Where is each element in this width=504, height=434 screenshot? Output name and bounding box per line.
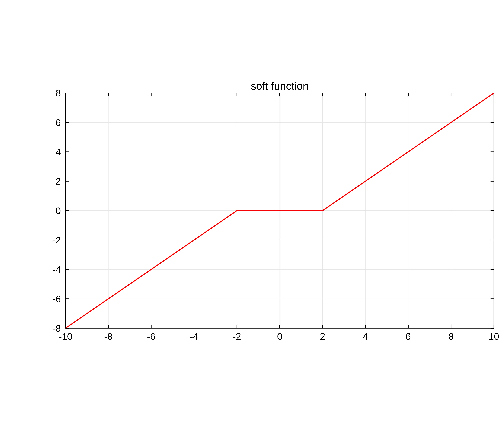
y-tick-label: -6: [52, 294, 61, 304]
y-tick-label: -4: [52, 264, 61, 275]
y-tick-label: -8: [52, 323, 61, 334]
x-tick-label: -2: [233, 331, 241, 342]
x-tick-label: -4: [190, 331, 198, 342]
x-tick-label: -6: [147, 331, 155, 342]
chart-container: -10-8-6-4-20246810-8-6-4-202468soft func…: [0, 0, 504, 434]
x-tick-label: 4: [363, 331, 368, 342]
chart-svg: -10-8-6-4-20246810-8-6-4-202468soft func…: [0, 0, 504, 434]
y-tick-label: 2: [55, 176, 61, 187]
y-tick-label: -2: [52, 235, 61, 245]
x-tick-label: 10: [489, 331, 499, 342]
x-tick-label: -8: [104, 331, 113, 342]
x-tick-label: 6: [406, 331, 411, 342]
y-tick-label: 0: [55, 206, 61, 216]
x-tick-label: 2: [320, 331, 325, 342]
chart-title: soft function: [251, 80, 309, 92]
y-tick-label: 6: [55, 117, 61, 128]
y-tick-label: 8: [55, 88, 61, 98]
y-tick-label: 4: [55, 147, 61, 157]
x-tick-label: 8: [449, 331, 454, 342]
x-tick-label: 0: [277, 331, 282, 342]
